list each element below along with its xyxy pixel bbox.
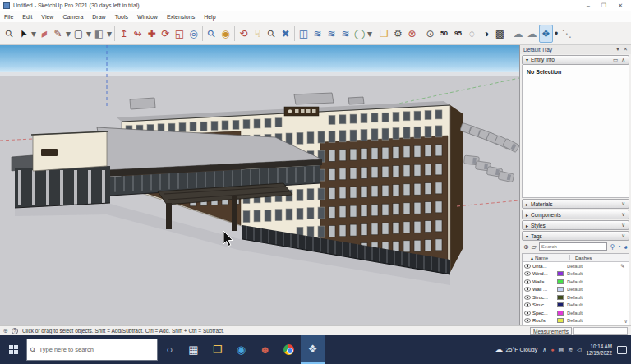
sort-icon[interactable]: ▴: [531, 255, 533, 260]
scroll-down-icon[interactable]: ∨: [624, 318, 628, 324]
menu-item[interactable]: View: [41, 14, 53, 20]
zoom-window-tool-icon[interactable]: ⚲: [205, 25, 219, 43]
rotate-tool-icon[interactable]: ⟳: [159, 25, 173, 43]
tag-visible-eye-icon[interactable]: [524, 302, 532, 307]
viewport-3d[interactable]: [0, 45, 519, 325]
volume-icon[interactable]: ◁: [577, 347, 581, 353]
styles-dropdown-icon[interactable]: ▾: [366, 25, 373, 43]
paint-bucket-tool-icon[interactable]: ◧: [92, 25, 106, 43]
tag-row[interactable]: Struc... Default: [523, 302, 629, 310]
tag-dashes[interactable]: Default: [567, 287, 620, 292]
tag-visible-eye-icon[interactable]: [524, 279, 532, 284]
style-50-icon[interactable]: 50: [437, 25, 451, 43]
tag-dashes[interactable]: Default: [567, 279, 620, 284]
face-style-wireframe-icon[interactable]: ◌: [465, 25, 479, 43]
window-control-button[interactable]: ✕: [618, 2, 623, 9]
action-center-icon[interactable]: [617, 346, 627, 354]
face-style-shaded-icon[interactable]: ◑: [479, 25, 493, 43]
move-tool-icon[interactable]: ✚: [145, 25, 159, 43]
tags-section-header[interactable]: ▾ Tags ∨: [522, 231, 629, 241]
share-model-icon[interactable]: ☁: [525, 25, 539, 43]
hidden-icons-caret[interactable]: ∧: [542, 347, 546, 353]
tag-row[interactable]: Roofs Default: [523, 317, 629, 325]
push-pull-tool-icon[interactable]: ↥: [117, 25, 131, 43]
menu-item[interactable]: Edit: [22, 14, 32, 20]
display-section-cuts-icon[interactable]: ≋: [325, 25, 339, 43]
line-tool-icon[interactable]: ✎: [51, 25, 65, 43]
tag-color-swatch[interactable]: [557, 302, 564, 307]
window-control-button[interactable]: –: [587, 2, 590, 9]
tag-dashes[interactable]: Default: [567, 311, 620, 316]
network-icon[interactable]: ≋: [568, 347, 573, 353]
line-dropdown-icon[interactable]: ▾: [65, 25, 71, 43]
style-95-icon[interactable]: 95: [451, 25, 465, 43]
tag-color-swatch[interactable]: [557, 271, 564, 276]
offset-tool-icon[interactable]: ◎: [187, 25, 200, 43]
follow-me-tool-icon[interactable]: ↬: [131, 25, 145, 43]
tags-search-input[interactable]: [539, 242, 608, 251]
column-name[interactable]: Name: [535, 256, 548, 260]
zoom-tool-icon[interactable]: ⚲: [265, 25, 279, 43]
section-chevron-icon[interactable]: ∨: [621, 222, 625, 228]
eraser-tool-icon[interactable]: ▰: [37, 25, 51, 43]
tags-toolbar-icon[interactable]: ⚲: [610, 243, 615, 251]
styles-section-header[interactable]: ▸ Styles ∨: [522, 220, 629, 230]
tag-color-swatch[interactable]: [557, 287, 564, 292]
shapes-dropdown-icon[interactable]: ▾: [85, 25, 92, 43]
tags-toolbar-icon[interactable]: ⊕: [523, 243, 529, 251]
tag-visible-eye-icon[interactable]: [524, 311, 532, 316]
tray-header[interactable]: Default Tray ▾✕: [520, 45, 631, 54]
tags-toolbar-icon[interactable]: ◕: [624, 243, 628, 251]
paint-dropdown-icon[interactable]: ▾: [106, 25, 113, 43]
tag-row[interactable]: Wind... Default: [523, 270, 629, 279]
display-section-fill-icon[interactable]: ≋: [339, 25, 352, 43]
entity-detach-icon[interactable]: ▭: [613, 57, 618, 63]
tag-dashes[interactable]: Default: [567, 302, 620, 307]
people-icon[interactable]: ☻: [253, 335, 277, 364]
geolocation-icon[interactable]: ⊕: [3, 328, 8, 334]
sketchup-taskbar-icon[interactable]: ❖: [301, 335, 325, 364]
entity-info-header[interactable]: ▾ Entity Info ▭ ∧: [522, 55, 629, 65]
tray-header-icon[interactable]: ▾: [616, 46, 619, 53]
menu-item[interactable]: Draw: [92, 14, 105, 20]
tag-color-swatch[interactable]: [557, 295, 564, 300]
materials-section-header[interactable]: ▸ Materials ∨: [522, 199, 629, 209]
cortana-icon[interactable]: ○: [158, 335, 182, 364]
extension-warehouse-icon[interactable]: ❖: [539, 25, 553, 43]
select-dropdown-icon[interactable]: ▾: [30, 25, 37, 43]
tag-color-swatch[interactable]: [557, 311, 564, 316]
chrome-icon[interactable]: [277, 335, 301, 364]
weather-widget[interactable]: ☁ 25°F Cloudy: [495, 344, 538, 355]
tray-header-icon[interactable]: ✕: [624, 46, 628, 53]
open-model-icon[interactable]: ❒: [377, 25, 391, 43]
onedrive-icon[interactable]: ●: [550, 347, 554, 352]
taskbar-search[interactable]: ⚲ Type here to search: [26, 339, 158, 361]
section-plane-tool-icon[interactable]: ◫: [297, 25, 311, 43]
tag-visibility-icon[interactable]: ⊙: [423, 25, 437, 43]
tag-visible-eye-icon[interactable]: [524, 318, 532, 323]
zoom-extents-tool-icon[interactable]: ✖: [279, 25, 292, 43]
tray-app-icon[interactable]: ▤: [559, 347, 564, 353]
axes-tool-icon[interactable]: ⋱: [560, 25, 573, 43]
tag-visible-eye-icon[interactable]: [524, 264, 532, 269]
measurements-field[interactable]: [573, 327, 628, 335]
tag-row[interactable]: Unta... Default ✎: [523, 262, 629, 270]
tags-toolbar-icon[interactable]: ◔: [617, 243, 621, 251]
search-tool-icon[interactable]: ⚲: [2, 25, 16, 43]
tag-color-swatch[interactable]: [557, 318, 564, 323]
menu-item[interactable]: Camera: [62, 14, 83, 20]
dot-icon[interactable]: •: [553, 25, 560, 43]
display-section-planes-icon[interactable]: ≋: [311, 25, 325, 43]
face-style-textured-icon[interactable]: ▩: [493, 25, 507, 43]
select-tool-icon[interactable]: ➤: [16, 25, 30, 43]
window-control-button[interactable]: ❐: [601, 2, 606, 9]
scale-tool-icon[interactable]: ◱: [173, 25, 187, 43]
section-chevron-icon[interactable]: ∨: [621, 211, 625, 218]
tag-dashes[interactable]: Default: [567, 271, 620, 276]
pan-tool-icon[interactable]: ☟: [251, 25, 265, 43]
entity-collapse-icon[interactable]: ∧: [621, 57, 625, 63]
position-camera-tool-icon[interactable]: ◉: [219, 25, 233, 43]
column-dashes[interactable]: Dashes: [575, 256, 592, 260]
get-models-warehouse-icon[interactable]: ☁: [511, 25, 525, 43]
menu-item[interactable]: Extensions: [167, 14, 195, 20]
